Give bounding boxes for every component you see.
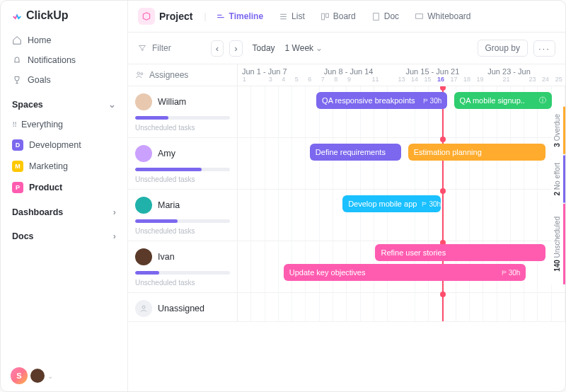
assignee-cell[interactable]: William Unscheduled tasks xyxy=(128,86,238,137)
day-tick: 11 xyxy=(369,76,382,83)
task-label: QA responsive breakpoints xyxy=(322,96,415,105)
task-label: Estimation planning xyxy=(414,148,482,156)
unscheduled-label[interactable]: Unscheduled tasks xyxy=(135,175,230,183)
brand-logo[interactable]: ClickUp xyxy=(1,9,127,30)
day-tick: 3 xyxy=(264,76,277,83)
task-lane[interactable]: Develop mobile app30h xyxy=(238,190,565,241)
view-doc[interactable]: Doc xyxy=(366,8,405,24)
avatar-placeholder xyxy=(135,300,152,317)
subbar: Filter ‹ › Today 1 Week ⌄ Group by ··· xyxy=(128,33,565,64)
flag-overdue[interactable]: 3 Overdue xyxy=(551,107,565,154)
task-bar[interactable]: Develop mobile app30h xyxy=(342,195,441,212)
day-tick: 19 xyxy=(473,76,487,83)
day-tick xyxy=(356,76,369,83)
unscheduled-label[interactable]: Unscheduled tasks xyxy=(135,227,230,235)
week-label: Jun 1 - Jun 7 xyxy=(238,67,320,76)
nav-home[interactable]: Home xyxy=(1,30,127,50)
assignee-cell[interactable]: Ivan Unscheduled tasks xyxy=(128,241,238,292)
spaces-header[interactable]: Spaces ⌄ xyxy=(1,94,127,115)
unscheduled-label[interactable]: Unscheduled tasks xyxy=(135,124,230,132)
dashboards-label: Dashboards xyxy=(12,207,63,217)
chevron-down-icon: ⌄ xyxy=(108,99,116,110)
day-tick: 4 xyxy=(277,76,291,83)
task-hours: 30h xyxy=(421,200,441,208)
unsched-count: 140 xyxy=(553,260,561,272)
info-icon: ⓘ xyxy=(539,96,546,105)
range-select[interactable]: 1 Week ⌄ xyxy=(285,43,323,53)
chevron-right-icon: › xyxy=(113,207,116,217)
day-tick: 13 xyxy=(395,76,408,83)
task-bar[interactable]: QA responsive breakpoints30h xyxy=(316,92,447,109)
space-product[interactable]: P Product xyxy=(1,177,127,198)
space-development[interactable]: D Development xyxy=(1,134,127,156)
svg-rect-3 xyxy=(416,13,423,18)
dashboards-header[interactable]: Dashboards › xyxy=(1,202,127,222)
filter-button[interactable]: Filter xyxy=(152,43,171,53)
nav-notifications[interactable]: Notifications xyxy=(1,50,127,70)
assignee-row: Amy Unscheduled tasks Define requirement… xyxy=(128,138,565,190)
brand-name: ClickUp xyxy=(26,9,69,22)
avatar xyxy=(135,93,152,110)
task-bar[interactable]: Estimation planning xyxy=(408,144,545,161)
home-icon xyxy=(12,35,22,45)
space-marketing[interactable]: M Marketing xyxy=(1,156,127,177)
trophy-icon xyxy=(12,75,22,85)
space-development-label: Development xyxy=(29,140,81,150)
nav-goals[interactable]: Goals xyxy=(1,70,127,90)
more-button[interactable]: ··· xyxy=(533,40,555,57)
task-lane[interactable]: QA responsive breakpoints30hQA mobile si… xyxy=(238,86,565,137)
assignee-cell[interactable]: Amy Unscheduled tasks xyxy=(128,138,238,189)
space-marketing-label: Marketing xyxy=(29,161,68,171)
docs-header[interactable]: Docs › xyxy=(1,226,127,246)
timeline-grid: William Unscheduled tasks QA responsive … xyxy=(128,86,565,391)
today-button[interactable]: Today xyxy=(253,43,275,53)
task-hours: 30h xyxy=(422,97,442,105)
view-board[interactable]: Board xyxy=(315,8,362,24)
view-timeline[interactable]: Timeline xyxy=(211,8,269,24)
task-bar[interactable]: Define requirements xyxy=(310,144,402,161)
unscheduled-label[interactable]: Unscheduled tasks xyxy=(135,279,230,287)
nav-notifications-label: Notifications xyxy=(28,55,76,65)
day-tick: 15 xyxy=(421,76,434,83)
task-label: Develop mobile app xyxy=(348,200,417,208)
group-by-button[interactable]: Group by xyxy=(478,40,528,57)
task-bar[interactable]: QA mobile signup..ⓘ xyxy=(454,92,553,109)
project-title: Project xyxy=(159,11,192,22)
week-label: Jun 15 - Jun 21 xyxy=(402,67,484,76)
view-list[interactable]: List xyxy=(273,8,311,24)
task-lane[interactable]: Define requirementsEstimation planning xyxy=(238,138,565,189)
chevron-down-icon[interactable]: ⌄ xyxy=(47,372,53,380)
team-avatar[interactable] xyxy=(30,369,45,383)
day-tick: 16 xyxy=(434,76,448,83)
next-button[interactable]: › xyxy=(229,40,242,57)
flag-no-effort[interactable]: 2 No effort xyxy=(551,156,565,203)
main-panel: Project | Timeline List Board Doc Whiteb… xyxy=(128,1,565,391)
chevron-right-icon: › xyxy=(113,231,116,241)
task-lane[interactable] xyxy=(238,293,565,321)
task-bar[interactable]: Update key objectives30h xyxy=(284,264,526,281)
current-user-avatar[interactable]: S xyxy=(11,367,28,384)
view-whiteboard[interactable]: Whiteboard xyxy=(409,8,476,24)
day-tick: 25 xyxy=(552,76,565,83)
prev-button[interactable]: ‹ xyxy=(211,40,224,57)
task-bar[interactable]: Refine user stories xyxy=(375,244,545,261)
assignees-header[interactable]: Assignees xyxy=(128,64,238,86)
workload-bar xyxy=(135,116,230,120)
list-icon xyxy=(279,12,288,21)
grid-icon: ⠿ xyxy=(12,121,16,129)
task-label: QA mobile signup.. xyxy=(460,96,525,105)
unsched-label: Unscheduled xyxy=(553,217,561,258)
sidebar: ClickUp Home Notifications Goals Spaces … xyxy=(1,1,128,391)
week-label: Jun 8 - Jun 14 xyxy=(320,67,402,76)
flag-unscheduled[interactable]: 140 Unscheduled xyxy=(551,204,565,284)
assignee-cell[interactable]: Unassigned xyxy=(128,293,238,321)
space-everything[interactable]: ⠿ Everything xyxy=(1,115,127,134)
task-lane[interactable]: Refine user storiesUpdate key objectives… xyxy=(238,241,565,292)
svg-point-4 xyxy=(137,72,140,75)
overdue-label: Overdue xyxy=(553,114,561,141)
day-tick: 7 xyxy=(316,76,330,83)
day-tick: 23 xyxy=(526,76,539,83)
doc-icon xyxy=(371,12,381,21)
assignee-cell[interactable]: Maria Unscheduled tasks xyxy=(128,190,238,241)
avatar xyxy=(135,145,152,162)
